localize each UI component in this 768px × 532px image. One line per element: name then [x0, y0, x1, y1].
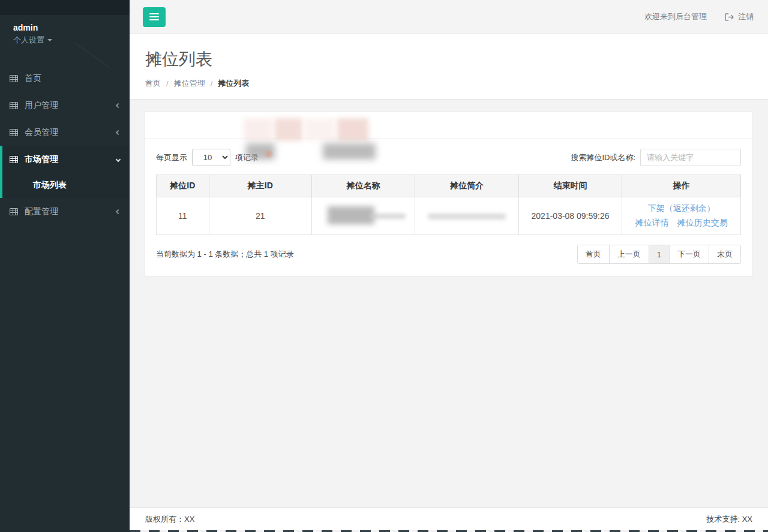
sidebar-item-config-mgmt[interactable]: 配置管理	[0, 198, 130, 225]
sidebar-block-market: 市场管理 市场列表	[0, 146, 130, 198]
search-label: 搜索摊位ID或名称:	[571, 152, 635, 163]
page-footer: 版权所有：XX 技术支持: XX	[130, 507, 768, 530]
sidebar-item-market-list[interactable]: 市场列表	[2, 173, 130, 198]
topbar: 欢迎来到后台管理 注销	[130, 0, 768, 34]
booth-list-card: 每页显示 10 项记录 搜索摊位ID或名称:	[144, 112, 753, 276]
table-toolbar: 每页显示 10 项记录 搜索摊位ID或名称:	[156, 149, 741, 166]
sidebar-item-member-mgmt[interactable]: 会员管理	[0, 119, 130, 146]
main-column: 欢迎来到后台管理 注销 摊位列表 首页 / 摊位管理 / 摊位列表	[130, 0, 768, 532]
cell-end-time: 2021-03-08 09:59:26	[518, 197, 622, 235]
sidebar-menu: 首页 用户管理 会员管理 市场管理 市场列表	[0, 65, 130, 225]
per-page-prefix: 每页显示	[156, 152, 187, 163]
logout-label: 注销	[738, 11, 754, 22]
card-body: 每页显示 10 项记录 搜索摊位ID或名称:	[145, 139, 752, 276]
chevron-down-icon	[116, 157, 121, 161]
caret-down-icon	[47, 39, 52, 41]
cell-booth-id: 11	[157, 197, 209, 235]
pagination: 首页 上一页 1 下一页 末页	[577, 245, 741, 264]
page-number-button[interactable]: 1	[649, 245, 670, 264]
breadcrumb-current: 摊位列表	[218, 78, 249, 89]
action-take-down-link[interactable]: 下架（返还剩余）	[648, 203, 715, 214]
grid-icon	[10, 102, 18, 109]
sidebar-item-label: 用户管理	[25, 100, 116, 111]
cell-actions: 下架（返还剩余）摊位详情摊位历史交易	[622, 197, 741, 235]
page-header: 摊位列表 首页 / 摊位管理 / 摊位列表	[130, 34, 768, 100]
page-next-button[interactable]: 下一页	[669, 245, 709, 264]
col-actions: 操作	[622, 175, 741, 197]
record-summary: 当前数据为 1 - 1 条数据；总共 1 项记录	[156, 249, 294, 260]
user-settings-link[interactable]: 个人设置	[13, 35, 116, 46]
chevron-left-icon	[116, 103, 121, 107]
logout-link[interactable]: 注销	[725, 11, 754, 22]
page-last-button[interactable]: 末页	[709, 245, 741, 264]
breadcrumb: 首页 / 摊位管理 / 摊位列表	[145, 78, 752, 89]
action-booth-detail-link[interactable]: 摊位详情	[635, 218, 669, 229]
menu-toggle-button[interactable]	[143, 7, 166, 27]
support-text: 技术支持: XX	[706, 514, 752, 525]
sidebar-item-market-mgmt[interactable]: 市场管理	[2, 146, 130, 173]
grid-icon	[10, 208, 18, 215]
per-page-suffix: 项记录	[235, 152, 259, 163]
app-root: admin 个人设置 首页 用户管理 会员管理	[0, 0, 768, 532]
card-header	[145, 112, 752, 139]
col-end-time: 结束时间	[518, 175, 622, 197]
search-control: 搜索摊位ID或名称:	[571, 149, 741, 166]
page-title: 摊位列表	[145, 48, 752, 71]
redacted-booth-name	[328, 206, 400, 226]
col-booth-name: 摊位名称	[312, 175, 415, 197]
redacted-booth-desc	[428, 214, 506, 220]
sidebar-item-label: 首页	[25, 73, 120, 84]
sidebar-subitem-label: 市场列表	[33, 180, 67, 191]
breadcrumb-section[interactable]: 摊位管理	[174, 78, 205, 89]
action-booth-history-link[interactable]: 摊位历史交易	[677, 218, 728, 229]
per-page-control: 每页显示 10 项记录	[156, 149, 259, 166]
user-panel: admin 个人设置	[0, 15, 130, 52]
table-header-row: 摊位ID 摊主ID 摊位名称 摊位简介 结束时间 操作	[157, 175, 741, 197]
cell-booth-desc	[415, 197, 518, 235]
sidebar-item-label: 配置管理	[25, 206, 116, 217]
page-prev-button[interactable]: 上一页	[609, 245, 649, 264]
col-booth-desc: 摊位简介	[415, 175, 518, 197]
sidebar-logo-bar	[0, 0, 130, 15]
breadcrumb-separator: /	[211, 79, 213, 88]
sidebar-item-home[interactable]: 首页	[0, 65, 130, 92]
logout-icon	[725, 13, 734, 21]
copyright-text: 版权所有：XX	[145, 514, 194, 525]
topbar-right: 欢迎来到后台管理 注销	[644, 11, 754, 22]
cell-booth-name	[312, 197, 415, 235]
sidebar-item-label: 市场管理	[25, 154, 116, 165]
cell-owner-id: 21	[209, 197, 311, 235]
breadcrumb-separator: /	[166, 79, 169, 88]
per-page-select[interactable]: 10	[192, 149, 230, 166]
breadcrumb-home[interactable]: 首页	[145, 78, 161, 89]
hamburger-icon	[149, 11, 159, 22]
content-area: 每页显示 10 项记录 搜索摊位ID或名称:	[130, 100, 768, 507]
grid-icon	[10, 156, 18, 163]
sidebar-item-user-mgmt[interactable]: 用户管理	[0, 92, 130, 119]
sidebar-item-label: 会员管理	[25, 127, 116, 138]
booth-table: 摊位ID 摊主ID 摊位名称 摊位简介 结束时间 操作 11 2	[156, 175, 741, 235]
decor-diagonal	[74, 43, 109, 67]
table-row: 11 21 2021-03-08 09:59:26 下	[157, 197, 741, 235]
search-input[interactable]	[640, 149, 741, 166]
sidebar: admin 个人设置 首页 用户管理 会员管理	[0, 0, 130, 532]
chevron-left-icon	[116, 130, 121, 134]
welcome-text: 欢迎来到后台管理	[644, 11, 707, 22]
grid-icon	[10, 129, 18, 136]
col-owner-id: 摊主ID	[209, 175, 311, 197]
col-booth-id: 摊位ID	[157, 175, 209, 197]
chevron-left-icon	[116, 209, 121, 214]
user-name: admin	[13, 23, 116, 32]
page-first-button[interactable]: 首页	[577, 245, 610, 264]
grid-icon	[10, 75, 18, 82]
user-settings-label: 个人设置	[13, 35, 44, 46]
table-footer: 当前数据为 1 - 1 条数据；总共 1 项记录 首页 上一页 1 下一页 末页	[156, 245, 741, 264]
